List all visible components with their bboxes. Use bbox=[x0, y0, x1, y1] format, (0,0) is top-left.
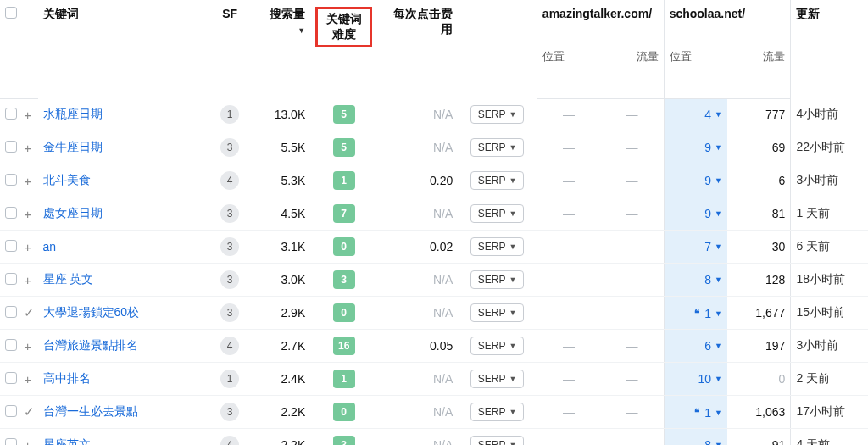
kd-badge[interactable]: 0 bbox=[333, 403, 355, 421]
kd-badge[interactable]: 5 bbox=[333, 138, 355, 157]
sf-badge[interactable]: 4 bbox=[220, 436, 239, 445]
plus-icon[interactable]: + bbox=[24, 273, 31, 287]
checkmark-icon[interactable]: ✓ bbox=[24, 305, 35, 320]
kd-badge[interactable]: 3 bbox=[333, 436, 355, 445]
row-checkbox[interactable] bbox=[5, 339, 17, 351]
serp-dropdown-button[interactable]: SERP▼ bbox=[470, 337, 525, 355]
kd-badge[interactable]: 16 bbox=[333, 337, 355, 355]
kd-badge[interactable]: 3 bbox=[333, 270, 355, 289]
site2-position-value: 8 bbox=[704, 438, 711, 445]
sf-badge[interactable]: 1 bbox=[220, 370, 239, 388]
site2-position-dropdown[interactable]: ❝1▼ bbox=[694, 307, 722, 320]
serp-dropdown-button[interactable]: SERP▼ bbox=[470, 436, 525, 445]
header-kd[interactable]: 关键词难度 bbox=[310, 0, 377, 98]
kd-badge[interactable]: 1 bbox=[333, 370, 355, 388]
volume-value: 3.1K bbox=[256, 231, 311, 264]
keyword-link[interactable]: 處女座日期 bbox=[43, 206, 103, 220]
caret-down-icon: ▼ bbox=[715, 143, 722, 152]
row-checkbox[interactable] bbox=[5, 273, 17, 285]
site2-traffic: 777 bbox=[765, 108, 785, 121]
row-checkbox[interactable] bbox=[5, 306, 17, 318]
site2-position-dropdown[interactable]: 6▼ bbox=[704, 339, 722, 353]
sf-badge[interactable]: 3 bbox=[220, 403, 239, 421]
plus-icon[interactable]: + bbox=[24, 141, 31, 155]
site2-position-dropdown[interactable]: 10▼ bbox=[698, 372, 723, 386]
row-checkbox[interactable] bbox=[5, 141, 17, 153]
site2-position-dropdown[interactable]: 9▼ bbox=[704, 174, 722, 187]
header-volume[interactable]: 搜索量▼ bbox=[256, 0, 311, 98]
serp-dropdown-button[interactable]: SERP▼ bbox=[470, 204, 525, 223]
row-checkbox[interactable] bbox=[5, 438, 17, 446]
header-site2-traffic[interactable]: 流量 bbox=[727, 49, 791, 98]
serp-dropdown-button[interactable]: SERP▼ bbox=[470, 171, 525, 190]
header-cpc[interactable]: 每次点击费用 bbox=[377, 0, 458, 98]
site2-position-dropdown[interactable]: 9▼ bbox=[704, 141, 722, 154]
select-all-checkbox[interactable] bbox=[5, 7, 17, 19]
checkmark-icon[interactable]: ✓ bbox=[24, 404, 35, 419]
volume-value: 2.2K bbox=[256, 396, 311, 429]
header-site1[interactable]: amazingtalker.com/ bbox=[537, 0, 664, 49]
keyword-link[interactable]: 星座 英文 bbox=[43, 272, 94, 286]
volume-value: 5.5K bbox=[256, 131, 311, 164]
site2-position-dropdown[interactable]: 7▼ bbox=[704, 240, 722, 253]
header-site2[interactable]: schoolaa.net/ bbox=[664, 0, 791, 49]
keyword-link[interactable]: 大學退場鎖定60校 bbox=[43, 305, 140, 319]
plus-icon[interactable]: + bbox=[24, 438, 31, 446]
kd-badge[interactable]: 0 bbox=[333, 303, 355, 322]
header-site1-traffic[interactable]: 流量 bbox=[600, 49, 664, 98]
plus-icon[interactable]: + bbox=[24, 339, 31, 353]
row-checkbox[interactable] bbox=[5, 372, 17, 384]
keyword-link[interactable]: 台灣旅遊景點排名 bbox=[43, 338, 138, 352]
row-checkbox[interactable] bbox=[5, 240, 17, 252]
kd-badge[interactable]: 7 bbox=[333, 204, 355, 223]
site2-position-dropdown[interactable]: 4▼ bbox=[704, 108, 722, 121]
serp-dropdown-button[interactable]: SERP▼ bbox=[470, 105, 525, 124]
sf-badge[interactable]: 4 bbox=[220, 337, 239, 355]
keyword-link[interactable]: 水瓶座日期 bbox=[43, 107, 103, 120]
keyword-link[interactable]: 台灣一生必去景點 bbox=[43, 404, 138, 418]
keyword-link[interactable]: 星座英文 bbox=[43, 437, 91, 445]
kd-badge[interactable]: 1 bbox=[333, 171, 355, 190]
keyword-link[interactable]: 北斗美食 bbox=[43, 173, 91, 186]
site2-position-dropdown[interactable]: 8▼ bbox=[704, 273, 722, 286]
keyword-link[interactable]: 金牛座日期 bbox=[43, 140, 103, 153]
kd-badge[interactable]: 5 bbox=[333, 105, 355, 124]
kd-badge[interactable]: 0 bbox=[333, 237, 355, 256]
header-sf[interactable]: SF bbox=[204, 0, 256, 98]
serp-dropdown-button[interactable]: SERP▼ bbox=[470, 303, 525, 322]
serp-dropdown-button[interactable]: SERP▼ bbox=[470, 270, 525, 289]
site2-traffic: 6 bbox=[779, 174, 786, 187]
sf-badge[interactable]: 1 bbox=[220, 105, 239, 124]
serp-dropdown-button[interactable]: SERP▼ bbox=[470, 370, 525, 388]
serp-dropdown-button[interactable]: SERP▼ bbox=[470, 237, 525, 256]
serp-dropdown-button[interactable]: SERP▼ bbox=[470, 403, 525, 421]
sf-badge[interactable]: 4 bbox=[220, 171, 239, 190]
row-checkbox[interactable] bbox=[5, 174, 17, 186]
row-checkbox[interactable] bbox=[5, 405, 17, 417]
serp-dropdown-button[interactable]: SERP▼ bbox=[470, 138, 525, 157]
site2-position-value: 1 bbox=[704, 307, 711, 320]
plus-icon[interactable]: + bbox=[24, 240, 31, 254]
site2-position-dropdown[interactable]: ❝1▼ bbox=[694, 406, 722, 420]
keyword-link[interactable]: 高中排名 bbox=[43, 371, 91, 385]
sf-badge[interactable]: 3 bbox=[220, 138, 239, 157]
sf-badge[interactable]: 3 bbox=[220, 237, 239, 256]
sf-badge[interactable]: 3 bbox=[220, 270, 239, 289]
plus-icon[interactable]: + bbox=[24, 372, 31, 387]
plus-icon[interactable]: + bbox=[24, 108, 31, 122]
row-checkbox[interactable] bbox=[5, 207, 17, 219]
keyword-link[interactable]: an bbox=[43, 240, 57, 253]
header-keyword[interactable]: 关键词 bbox=[38, 0, 204, 98]
plus-icon[interactable]: + bbox=[24, 207, 31, 221]
updated-time: 4小时前 bbox=[791, 98, 868, 131]
plus-icon[interactable]: + bbox=[24, 174, 31, 188]
header-site1-position[interactable]: 位置 bbox=[537, 49, 600, 98]
site2-position-dropdown[interactable]: 8▼ bbox=[704, 438, 722, 445]
row-checkbox[interactable] bbox=[5, 108, 17, 120]
sf-badge[interactable]: 3 bbox=[220, 303, 239, 322]
header-site2-position[interactable]: 位置 bbox=[664, 49, 727, 98]
header-updated[interactable]: 更新 bbox=[791, 0, 868, 98]
site2-position-dropdown[interactable]: 9▼ bbox=[704, 207, 722, 220]
updated-time: 6 天前 bbox=[791, 231, 868, 264]
sf-badge[interactable]: 3 bbox=[220, 204, 239, 223]
